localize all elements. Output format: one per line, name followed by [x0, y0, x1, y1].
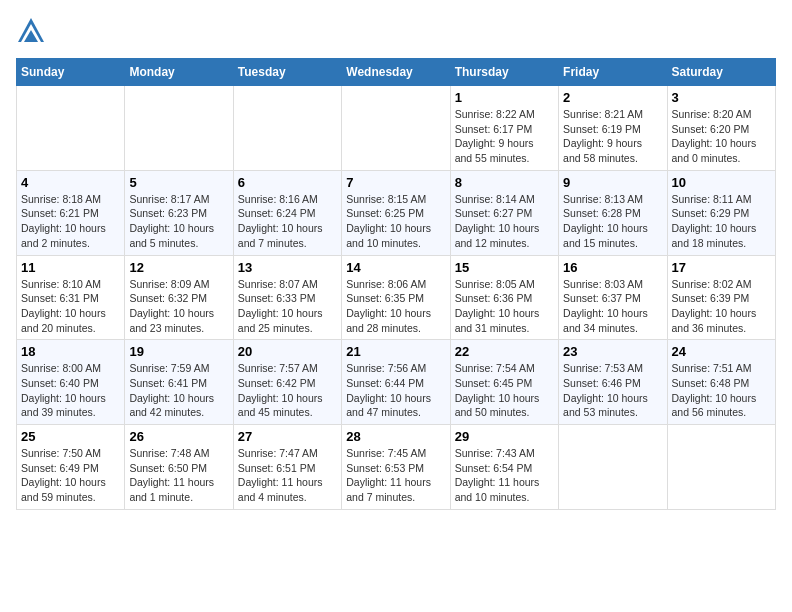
calendar-cell: 17Sunrise: 8:02 AM Sunset: 6:39 PM Dayli…	[667, 255, 775, 340]
calendar-cell	[233, 86, 341, 171]
day-number: 22	[455, 344, 554, 359]
day-info: Sunrise: 7:53 AM Sunset: 6:46 PM Dayligh…	[563, 361, 662, 420]
day-info: Sunrise: 7:57 AM Sunset: 6:42 PM Dayligh…	[238, 361, 337, 420]
day-number: 6	[238, 175, 337, 190]
weekday-header: Monday	[125, 59, 233, 86]
day-number: 20	[238, 344, 337, 359]
calendar-cell: 13Sunrise: 8:07 AM Sunset: 6:33 PM Dayli…	[233, 255, 341, 340]
weekday-header: Wednesday	[342, 59, 450, 86]
calendar-cell: 12Sunrise: 8:09 AM Sunset: 6:32 PM Dayli…	[125, 255, 233, 340]
day-number: 15	[455, 260, 554, 275]
day-info: Sunrise: 7:59 AM Sunset: 6:41 PM Dayligh…	[129, 361, 228, 420]
calendar-row: 18Sunrise: 8:00 AM Sunset: 6:40 PM Dayli…	[17, 340, 776, 425]
day-number: 17	[672, 260, 771, 275]
calendar-cell: 28Sunrise: 7:45 AM Sunset: 6:53 PM Dayli…	[342, 425, 450, 510]
calendar-cell: 1Sunrise: 8:22 AM Sunset: 6:17 PM Daylig…	[450, 86, 558, 171]
day-number: 5	[129, 175, 228, 190]
day-info: Sunrise: 8:09 AM Sunset: 6:32 PM Dayligh…	[129, 277, 228, 336]
calendar-cell: 9Sunrise: 8:13 AM Sunset: 6:28 PM Daylig…	[559, 170, 667, 255]
day-number: 11	[21, 260, 120, 275]
calendar-cell	[667, 425, 775, 510]
day-info: Sunrise: 8:22 AM Sunset: 6:17 PM Dayligh…	[455, 107, 554, 166]
calendar-table: SundayMondayTuesdayWednesdayThursdayFrid…	[16, 58, 776, 510]
day-info: Sunrise: 8:14 AM Sunset: 6:27 PM Dayligh…	[455, 192, 554, 251]
day-info: Sunrise: 7:56 AM Sunset: 6:44 PM Dayligh…	[346, 361, 445, 420]
calendar-row: 1Sunrise: 8:22 AM Sunset: 6:17 PM Daylig…	[17, 86, 776, 171]
day-info: Sunrise: 8:00 AM Sunset: 6:40 PM Dayligh…	[21, 361, 120, 420]
day-number: 29	[455, 429, 554, 444]
day-number: 7	[346, 175, 445, 190]
day-number: 16	[563, 260, 662, 275]
day-number: 19	[129, 344, 228, 359]
day-info: Sunrise: 7:54 AM Sunset: 6:45 PM Dayligh…	[455, 361, 554, 420]
calendar-cell: 7Sunrise: 8:15 AM Sunset: 6:25 PM Daylig…	[342, 170, 450, 255]
calendar-cell: 5Sunrise: 8:17 AM Sunset: 6:23 PM Daylig…	[125, 170, 233, 255]
day-info: Sunrise: 8:11 AM Sunset: 6:29 PM Dayligh…	[672, 192, 771, 251]
calendar-cell: 2Sunrise: 8:21 AM Sunset: 6:19 PM Daylig…	[559, 86, 667, 171]
day-info: Sunrise: 8:15 AM Sunset: 6:25 PM Dayligh…	[346, 192, 445, 251]
day-number: 21	[346, 344, 445, 359]
day-number: 3	[672, 90, 771, 105]
day-info: Sunrise: 8:02 AM Sunset: 6:39 PM Dayligh…	[672, 277, 771, 336]
day-number: 25	[21, 429, 120, 444]
day-number: 10	[672, 175, 771, 190]
day-number: 9	[563, 175, 662, 190]
calendar-cell: 8Sunrise: 8:14 AM Sunset: 6:27 PM Daylig…	[450, 170, 558, 255]
day-info: Sunrise: 8:21 AM Sunset: 6:19 PM Dayligh…	[563, 107, 662, 166]
day-info: Sunrise: 8:05 AM Sunset: 6:36 PM Dayligh…	[455, 277, 554, 336]
calendar-cell	[17, 86, 125, 171]
calendar-row: 11Sunrise: 8:10 AM Sunset: 6:31 PM Dayli…	[17, 255, 776, 340]
day-number: 26	[129, 429, 228, 444]
day-number: 28	[346, 429, 445, 444]
day-number: 13	[238, 260, 337, 275]
calendar-cell	[125, 86, 233, 171]
calendar-cell: 15Sunrise: 8:05 AM Sunset: 6:36 PM Dayli…	[450, 255, 558, 340]
day-number: 18	[21, 344, 120, 359]
day-info: Sunrise: 7:43 AM Sunset: 6:54 PM Dayligh…	[455, 446, 554, 505]
day-info: Sunrise: 7:45 AM Sunset: 6:53 PM Dayligh…	[346, 446, 445, 505]
day-info: Sunrise: 8:20 AM Sunset: 6:20 PM Dayligh…	[672, 107, 771, 166]
calendar-cell: 23Sunrise: 7:53 AM Sunset: 6:46 PM Dayli…	[559, 340, 667, 425]
page-header	[16, 16, 776, 46]
calendar-cell: 10Sunrise: 8:11 AM Sunset: 6:29 PM Dayli…	[667, 170, 775, 255]
calendar-cell: 18Sunrise: 8:00 AM Sunset: 6:40 PM Dayli…	[17, 340, 125, 425]
day-number: 1	[455, 90, 554, 105]
calendar-cell	[342, 86, 450, 171]
calendar-cell: 11Sunrise: 8:10 AM Sunset: 6:31 PM Dayli…	[17, 255, 125, 340]
calendar-cell: 27Sunrise: 7:47 AM Sunset: 6:51 PM Dayli…	[233, 425, 341, 510]
day-info: Sunrise: 8:17 AM Sunset: 6:23 PM Dayligh…	[129, 192, 228, 251]
day-number: 2	[563, 90, 662, 105]
day-info: Sunrise: 8:10 AM Sunset: 6:31 PM Dayligh…	[21, 277, 120, 336]
day-info: Sunrise: 8:06 AM Sunset: 6:35 PM Dayligh…	[346, 277, 445, 336]
day-number: 23	[563, 344, 662, 359]
weekday-header-row: SundayMondayTuesdayWednesdayThursdayFrid…	[17, 59, 776, 86]
calendar-row: 4Sunrise: 8:18 AM Sunset: 6:21 PM Daylig…	[17, 170, 776, 255]
day-info: Sunrise: 7:48 AM Sunset: 6:50 PM Dayligh…	[129, 446, 228, 505]
calendar-cell: 14Sunrise: 8:06 AM Sunset: 6:35 PM Dayli…	[342, 255, 450, 340]
calendar-cell: 22Sunrise: 7:54 AM Sunset: 6:45 PM Dayli…	[450, 340, 558, 425]
weekday-header: Sunday	[17, 59, 125, 86]
calendar-cell: 20Sunrise: 7:57 AM Sunset: 6:42 PM Dayli…	[233, 340, 341, 425]
day-number: 4	[21, 175, 120, 190]
calendar-row: 25Sunrise: 7:50 AM Sunset: 6:49 PM Dayli…	[17, 425, 776, 510]
calendar-cell: 4Sunrise: 8:18 AM Sunset: 6:21 PM Daylig…	[17, 170, 125, 255]
calendar-cell: 26Sunrise: 7:48 AM Sunset: 6:50 PM Dayli…	[125, 425, 233, 510]
weekday-header: Saturday	[667, 59, 775, 86]
calendar-cell	[559, 425, 667, 510]
weekday-header: Tuesday	[233, 59, 341, 86]
logo-icon	[16, 16, 46, 46]
day-info: Sunrise: 7:47 AM Sunset: 6:51 PM Dayligh…	[238, 446, 337, 505]
calendar-cell: 19Sunrise: 7:59 AM Sunset: 6:41 PM Dayli…	[125, 340, 233, 425]
day-info: Sunrise: 8:03 AM Sunset: 6:37 PM Dayligh…	[563, 277, 662, 336]
calendar-cell: 16Sunrise: 8:03 AM Sunset: 6:37 PM Dayli…	[559, 255, 667, 340]
calendar-cell: 25Sunrise: 7:50 AM Sunset: 6:49 PM Dayli…	[17, 425, 125, 510]
calendar-cell: 24Sunrise: 7:51 AM Sunset: 6:48 PM Dayli…	[667, 340, 775, 425]
calendar-cell: 29Sunrise: 7:43 AM Sunset: 6:54 PM Dayli…	[450, 425, 558, 510]
day-info: Sunrise: 7:50 AM Sunset: 6:49 PM Dayligh…	[21, 446, 120, 505]
calendar-cell: 6Sunrise: 8:16 AM Sunset: 6:24 PM Daylig…	[233, 170, 341, 255]
day-info: Sunrise: 8:18 AM Sunset: 6:21 PM Dayligh…	[21, 192, 120, 251]
day-info: Sunrise: 8:07 AM Sunset: 6:33 PM Dayligh…	[238, 277, 337, 336]
day-info: Sunrise: 8:16 AM Sunset: 6:24 PM Dayligh…	[238, 192, 337, 251]
day-number: 12	[129, 260, 228, 275]
logo	[16, 16, 50, 46]
